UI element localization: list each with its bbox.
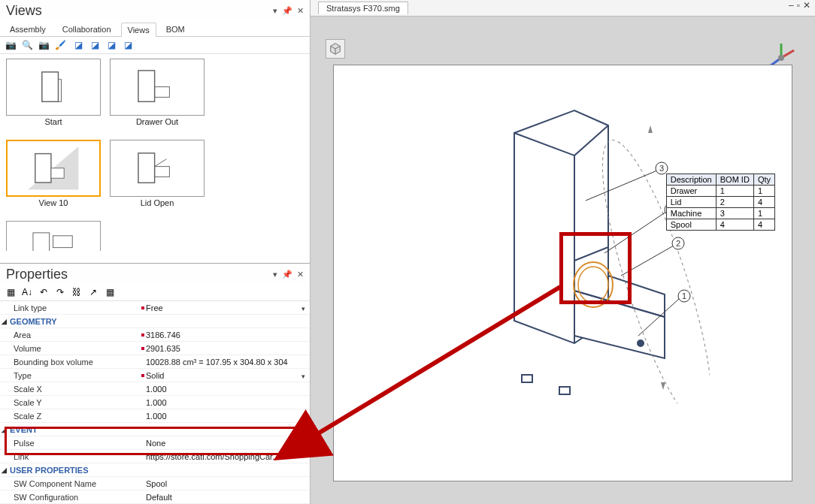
grid-icon[interactable]: ▦ — [104, 286, 116, 298]
tab-bom[interactable]: BOM — [159, 22, 192, 36]
prop-row[interactable]: Scale X1.000 — [0, 382, 310, 396]
dropdown-icon[interactable]: ▾ — [273, 270, 277, 279]
table-row: Lid24 — [666, 197, 774, 208]
prop-row[interactable]: TypeSolid▾ — [0, 369, 310, 382]
tool-camera2-icon[interactable]: 📷 — [38, 39, 50, 51]
svg-rect-0 — [42, 72, 59, 101]
table-cell: 1 — [753, 186, 774, 197]
tool-blue1-icon[interactable]: ◪ — [72, 39, 84, 51]
close-icon[interactable]: ✕ — [297, 270, 304, 279]
table-cell: 4 — [753, 197, 774, 208]
prop-key: Scale Z — [0, 412, 143, 421]
prop-value[interactable]: 3186.746 — [143, 330, 310, 340]
svg-line-9 — [155, 159, 167, 167]
prop-section[interactable]: ◢GEOMETRY — [0, 315, 310, 328]
thumb-label: View 10 — [39, 198, 68, 207]
views-toolbar: 📷 🔍 📷 🖌️ ◪ ◪ ◪ ◪ — [0, 37, 310, 54]
callout-3: 3 — [659, 164, 664, 173]
undo-icon[interactable]: ↶ — [38, 286, 50, 298]
prop-row[interactable]: SW Component NameSpool — [0, 477, 310, 490]
table-cell: Spool — [666, 219, 716, 231]
prop-key: Scale Y — [0, 398, 143, 407]
table-cell: Machine — [666, 208, 716, 219]
properties-toolbar: ▦ A↓ ↶ ↷ ⛓ ↗ ▦ — [0, 284, 310, 301]
view-cube-icon[interactable] — [326, 39, 345, 59]
prop-value[interactable]: Default — [143, 493, 310, 502]
thumb-drawer-out[interactable]: Drawer Out — [108, 59, 206, 134]
svg-rect-11 — [53, 236, 73, 248]
close-icon[interactable]: ✕ — [803, 0, 810, 11]
thumb-partial[interactable] — [5, 221, 102, 251]
pin-icon[interactable]: 📌 — [282, 270, 292, 279]
prop-section[interactable]: ◢USER PROPERTIES — [0, 463, 310, 477]
callout-2: 2 — [676, 239, 680, 248]
svg-rect-22 — [559, 387, 570, 394]
tool-blue2-icon[interactable]: ◪ — [89, 39, 101, 51]
tool-blue4-icon[interactable]: ◪ — [122, 39, 134, 51]
sort-icon[interactable]: A↓ — [21, 286, 33, 298]
minimize-icon[interactable]: – — [789, 0, 794, 11]
prop-value[interactable]: 1.000 — [143, 385, 310, 394]
thumb-view10[interactable]: View 10 — [5, 140, 102, 215]
views-panel-header: Views ▾ 📌 ✕ — [0, 0, 310, 20]
prop-value[interactable]: Solid▾ — [143, 371, 310, 380]
tab-collaboration[interactable]: Collaboration — [56, 22, 118, 36]
prop-value[interactable]: 2901.635 — [143, 344, 310, 353]
pin-icon[interactable]: 📌 — [282, 6, 292, 16]
thumb-start[interactable]: Start — [5, 59, 102, 134]
link-row-highlight — [5, 427, 304, 455]
prop-row[interactable]: SW ConfigurationDefault — [0, 490, 310, 504]
table-cell: 3 — [716, 208, 753, 219]
prop-value[interactable]: 10028.88 cm³ = 107.95 x 304.80 x 304 — [143, 358, 310, 367]
prop-row[interactable]: Volume2901.635 — [0, 342, 310, 355]
categorize-icon[interactable]: ▦ — [5, 286, 17, 298]
bom-header: Description — [666, 174, 716, 186]
tool-camera-icon[interactable]: 📷 — [5, 39, 17, 51]
dropdown-icon[interactable]: ▾ — [301, 305, 305, 312]
prop-row[interactable]: Scale Y1.000 — [0, 396, 310, 409]
table-cell: 4 — [753, 219, 774, 231]
thumb-label: Drawer Out — [136, 117, 178, 126]
tool-search-icon[interactable]: 🔍 — [21, 39, 33, 51]
views-gallery: Start Drawer Out View 10 Lid Open — [0, 54, 310, 263]
table-cell: Lid — [666, 197, 716, 208]
prop-row[interactable]: Bounding box volume10028.88 cm³ = 107.95… — [0, 355, 310, 369]
thumb-lid-open[interactable]: Lid Open — [108, 140, 206, 215]
svg-rect-7 — [138, 153, 155, 183]
tab-views[interactable]: Views — [121, 23, 156, 37]
table-cell: 4 — [716, 219, 753, 231]
prop-value[interactable]: 1.000 — [143, 412, 310, 421]
dropdown-icon[interactable]: ▾ — [301, 373, 305, 380]
redo-icon[interactable]: ↷ — [54, 286, 66, 298]
bom-table: Description BOM ID Qty Drawer11Lid24Mach… — [666, 174, 775, 231]
prop-row[interactable]: Area3186.746 — [0, 328, 310, 342]
views-tabstrip: Assembly Collaboration Views BOM — [0, 20, 310, 37]
views-title: Views — [6, 3, 42, 19]
prop-row[interactable]: Scale Z1.000 — [0, 409, 310, 423]
svg-point-17 — [638, 340, 644, 346]
table-cell: 1 — [753, 208, 774, 219]
tool-brush-icon[interactable]: 🖌️ — [54, 39, 66, 51]
close-icon[interactable]: ✕ — [297, 6, 304, 16]
canvas-area[interactable]: 3 4 2 1 Description BOM ID Qty Drawer11L… — [311, 17, 815, 504]
svg-rect-21 — [522, 375, 532, 382]
properties-header: Properties ▾ 📌 ✕ — [0, 264, 310, 284]
maximize-icon[interactable]: ▫ — [797, 0, 800, 11]
chain-icon[interactable]: ⛓ — [71, 286, 83, 298]
prop-value[interactable]: Free▾ — [143, 303, 310, 312]
svg-rect-5 — [35, 154, 51, 183]
prop-value[interactable]: 1.000 — [143, 398, 310, 407]
dropdown-icon[interactable]: ▾ — [273, 6, 277, 16]
bom-header: Qty — [753, 174, 774, 186]
tool-blue3-icon[interactable]: ◪ — [105, 39, 117, 51]
document-tab[interactable]: Stratasys F370.smg — [318, 2, 408, 14]
callout-1: 1 — [682, 291, 686, 300]
table-row: Spool44 — [666, 219, 774, 231]
prop-key: Bounding box volume — [0, 358, 143, 367]
prop-value[interactable]: Spool — [143, 479, 310, 488]
prop-row[interactable]: Link typeFree▾ — [0, 301, 310, 315]
edit-icon[interactable]: ↗ — [87, 286, 99, 298]
tab-assembly[interactable]: Assembly — [3, 22, 53, 36]
properties-grid[interactable]: Link typeFree▾◢GEOMETRYArea3186.746Volum… — [0, 301, 310, 504]
prop-key: Volume — [0, 344, 143, 353]
